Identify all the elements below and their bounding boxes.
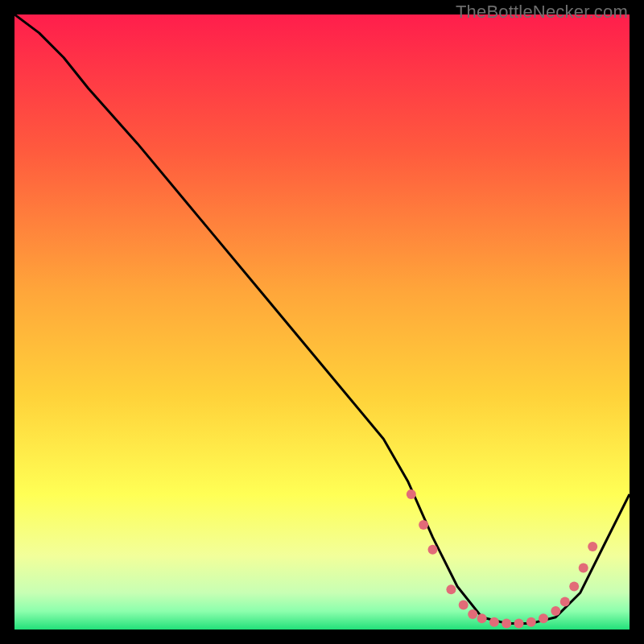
marker-dot <box>489 617 499 627</box>
bottleneck-chart <box>14 14 630 630</box>
marker-dot <box>588 542 597 551</box>
marker-dot <box>459 600 469 609</box>
marker-dot <box>419 520 428 530</box>
marker-dot <box>514 618 524 628</box>
chart-frame <box>14 14 630 630</box>
marker-dot <box>446 584 456 594</box>
marker-dot <box>569 582 579 592</box>
marker-dot <box>502 618 511 628</box>
gradient-background <box>14 14 630 630</box>
marker-dot <box>551 606 560 616</box>
marker-dot <box>468 609 477 619</box>
watermark-text: TheBottleNecker.com <box>456 2 628 23</box>
marker-dot <box>579 564 588 573</box>
marker-dot <box>428 545 438 555</box>
marker-dot <box>477 613 487 623</box>
marker-dot <box>526 617 536 627</box>
marker-dot <box>560 597 570 607</box>
marker-dot <box>407 489 416 499</box>
marker-dot <box>539 613 548 623</box>
